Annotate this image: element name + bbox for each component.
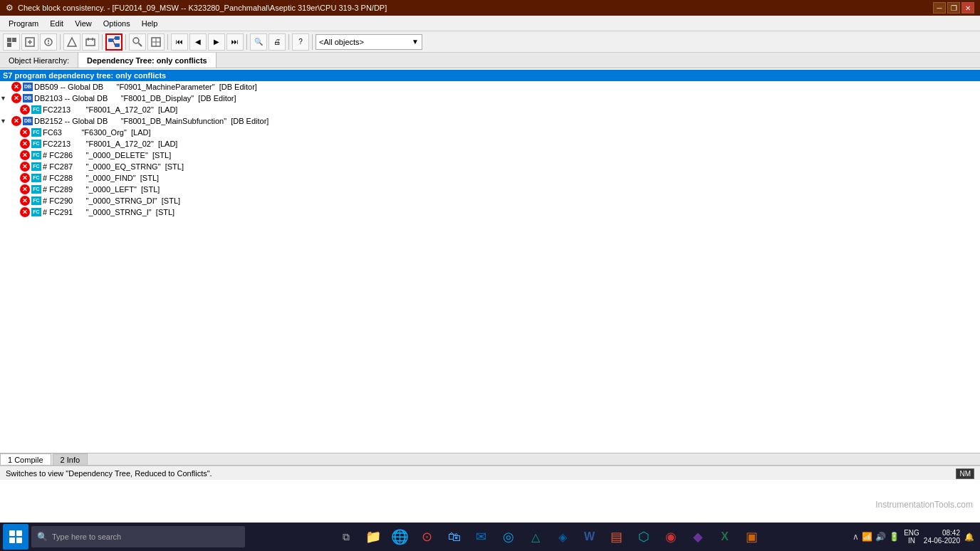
fc-icon-289: FC — [31, 185, 41, 194]
tia-portal-button[interactable]: ◈ — [550, 524, 575, 550]
notification-icon[interactable]: 🔔 — [964, 532, 974, 542]
word-button[interactable]: W — [577, 524, 603, 550]
toolbar-nav-next[interactable]: ▶ — [208, 33, 225, 51]
tree-item-db2103[interactable]: ▼ ✕ DB DB2103 -- Global DB "F8001_DB_Dis… — [0, 93, 980, 104]
toolbar-btn-7[interactable] — [147, 33, 165, 51]
main-content: S7 program dependency tree: only conflic… — [0, 68, 980, 453]
expand-arrow-db2152[interactable]: ▼ — [0, 117, 9, 125]
toolbar-btn-1[interactable] — [3, 33, 20, 51]
tree-item-fc291[interactable]: ✕ FC # FC291 "_0000_STRNG_I" [STL] — [0, 206, 980, 218]
panel-headers: Object Hierarchy: Dependency Tree: only … — [0, 53, 980, 68]
toolbar-nav-prev[interactable]: ◀ — [189, 33, 207, 51]
app-button-1[interactable]: ▤ — [604, 524, 630, 550]
svg-rect-10 — [86, 39, 95, 46]
error-icon-fc289: ✕ — [20, 184, 30, 194]
file-explorer-button[interactable]: 📁 — [360, 524, 386, 550]
taskbar-search-box[interactable]: 🔍 Type here to search — [31, 526, 245, 547]
menu-program[interactable]: Program — [3, 16, 44, 31]
toolbar-btn-3[interactable] — [40, 33, 57, 51]
error-icon-db509: ✕ — [11, 82, 21, 92]
title-bar: ⚙ Check block consistency. - [FU2014_09_… — [0, 0, 980, 16]
toolbar-btn-6[interactable] — [129, 33, 146, 51]
chrome-button[interactable]: ⊙ — [415, 524, 440, 550]
toolbar-separator-2 — [102, 34, 103, 50]
db-icon-2152: DB — [23, 117, 33, 125]
toolbar-dependency-button[interactable] — [105, 33, 123, 51]
error-icon-fc291: ✕ — [20, 207, 30, 217]
status-bar: Switches to view "Dependency Tree, Reduc… — [0, 466, 980, 480]
siemens-button-1[interactable]: ◎ — [496, 524, 521, 550]
menu-bar: Program Edit View Options Help — [0, 16, 980, 31]
fc-icon-63: FC — [31, 128, 41, 137]
error-icon-db2152: ✕ — [11, 116, 21, 126]
battery-icon: 🔋 — [889, 532, 900, 542]
object-hierarchy-tab[interactable]: Object Hierarchy: — [0, 53, 78, 68]
svg-rect-2 — [7, 43, 11, 47]
toolbar-btn-2[interactable] — [21, 33, 38, 51]
store-button[interactable]: 🛍 — [442, 524, 467, 550]
toolbar-nav-last[interactable]: ⏭ — [226, 33, 244, 51]
toolbar-separator-6 — [288, 34, 289, 50]
tree-item-fc287[interactable]: ✕ FC # FC287 "_0000_EQ_STRNG" [STL] — [0, 161, 980, 172]
menu-edit[interactable]: Edit — [44, 16, 69, 31]
menu-view[interactable]: View — [69, 16, 98, 31]
svg-rect-14 — [115, 36, 120, 40]
taskbar: 🔍 Type here to search ⧉ 📁 🌐 ⊙ 🛍 ✉ ◎ △ ◈ … — [0, 523, 980, 551]
dependency-tree-tab[interactable]: Dependency Tree: only conflicts — [78, 53, 217, 68]
bottom-tabs: 1 Compile 2 Info — [0, 453, 980, 466]
fc-icon-290: FC — [31, 196, 41, 205]
tree-root: S7 program dependency tree: only conflic… — [0, 70, 980, 81]
tab-compile[interactable]: 1 Compile — [0, 453, 51, 465]
objects-dropdown[interactable]: <All objects> ▼ — [316, 34, 422, 50]
db-icon-2103: DB — [23, 94, 33, 103]
error-icon-db2103: ✕ — [11, 93, 21, 103]
dropdown-arrow-icon: ▼ — [412, 38, 419, 46]
start-button[interactable] — [3, 524, 28, 550]
error-icon-fc2213-b: ✕ — [20, 139, 30, 149]
tree-item-fc289[interactable]: ✕ FC # FC289 "_0000_LEFT" [STL] — [0, 184, 980, 195]
app-button-2[interactable]: ⬡ — [631, 524, 657, 550]
tree-item-fc290[interactable]: ✕ FC # FC290 "_0000_STRNG_DI" [STL] — [0, 195, 980, 206]
menu-help[interactable]: Help — [136, 16, 164, 31]
toolbar-help-btn[interactable]: ? — [292, 33, 309, 51]
toolbar-nav-first[interactable]: ⏮ — [171, 33, 188, 51]
chevron-up-icon[interactable]: ∧ — [853, 532, 859, 542]
toolbar-separator-7 — [312, 34, 313, 50]
language-indicator: ENG IN — [904, 529, 919, 545]
svg-line-17 — [113, 41, 115, 45]
toolbar-filter-btn[interactable]: 🔍 — [250, 33, 267, 51]
task-view-button[interactable]: ⧉ — [333, 524, 359, 550]
taskbar-icons: ⧉ 📁 🌐 ⊙ 🛍 ✉ ◎ △ ◈ W ▤ ⬡ ◉ ◆ X ▣ — [248, 524, 850, 550]
menu-options[interactable]: Options — [98, 16, 136, 31]
siemens-button-2[interactable]: △ — [523, 524, 548, 550]
fc-icon-287: FC — [31, 162, 41, 171]
edge-button[interactable]: 🌐 — [387, 524, 413, 550]
watermark: InstrumentationTools.com — [875, 500, 973, 510]
app-button-5[interactable]: ▣ — [739, 524, 765, 550]
toolbar-print-btn[interactable]: 🖨 — [269, 33, 286, 51]
mail-button[interactable]: ✉ — [469, 524, 494, 550]
restore-button[interactable]: ❐ — [947, 2, 960, 14]
excel-button[interactable]: X — [712, 524, 738, 550]
expand-arrow-db2103[interactable]: ▼ — [0, 95, 9, 102]
toolbar-btn-4[interactable] — [63, 33, 80, 51]
db-icon-509: DB — [23, 83, 33, 91]
tree-item-db509[interactable]: ✕ DB DB509 -- Global DB "F0901_MachinePa… — [0, 81, 980, 93]
minimize-button[interactable]: ─ — [933, 2, 946, 14]
app-button-4[interactable]: ◆ — [685, 524, 711, 550]
tree-item-fc2213-b[interactable]: ✕ FC FC2213 "F8001_A_172_02" [LAD] — [0, 138, 980, 149]
tree-item-fc286[interactable]: ✕ FC # FC286 "_0000_DELETE" [STL] — [0, 149, 980, 161]
tree-item-fc2213-a[interactable]: ✕ FC FC2213 "F8001_A_172_02" [LAD] — [0, 104, 980, 115]
tree-item-fc63[interactable]: ✕ FC FC63 "F6300_Org" [LAD] — [0, 127, 980, 138]
toolbar-separator-1 — [60, 34, 61, 50]
svg-rect-0 — [7, 38, 11, 42]
toolbar-btn-5[interactable] — [82, 33, 99, 51]
svg-line-19 — [139, 43, 142, 46]
tab-info[interactable]: 2 Info — [53, 453, 88, 465]
clock: 08:42 24-06-2020 — [924, 529, 960, 545]
close-button[interactable]: ✕ — [961, 2, 974, 14]
tree-item-db2152[interactable]: ▼ ✕ DB DB2152 -- Global DB "F8001_DB_Mai… — [0, 115, 980, 127]
app-button-3[interactable]: ◉ — [658, 524, 684, 550]
error-icon-fc286: ✕ — [20, 150, 30, 160]
tree-item-fc288[interactable]: ✕ FC # FC288 "_0000_FIND" [STL] — [0, 172, 980, 184]
